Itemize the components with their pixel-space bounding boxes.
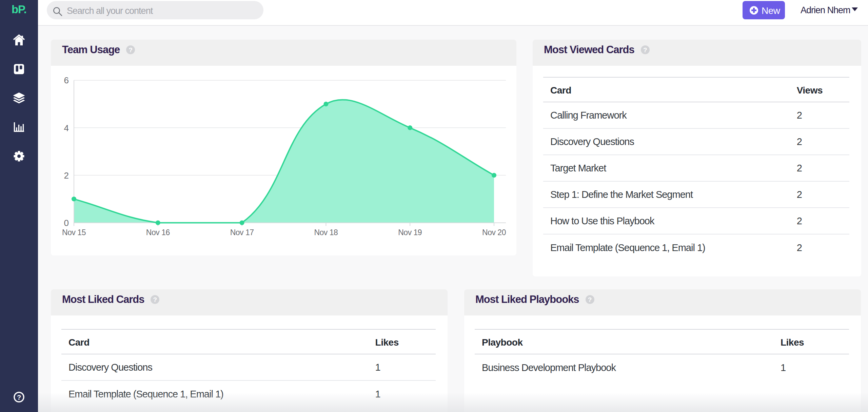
svg-text:0: 0 [64, 218, 69, 228]
svg-text:6: 6 [64, 75, 69, 85]
svg-text:Nov 15: Nov 15 [62, 228, 86, 237]
svg-text:4: 4 [64, 123, 69, 133]
svg-text:Nov 17: Nov 17 [230, 228, 254, 237]
svg-text:?: ? [17, 394, 21, 401]
svg-text:Nov 19: Nov 19 [398, 228, 422, 237]
svg-text:2: 2 [64, 170, 69, 181]
svg-text:Nov 18: Nov 18 [314, 228, 338, 237]
svg-text:Nov 16: Nov 16 [146, 228, 170, 237]
svg-text:Nov 20: Nov 20 [482, 228, 506, 237]
